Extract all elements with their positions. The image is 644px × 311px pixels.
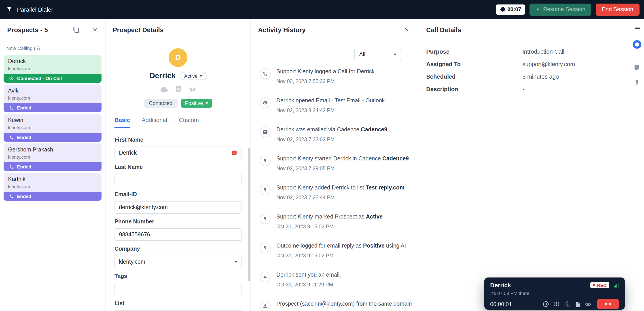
connected-icon [9, 76, 14, 81]
prospect-name: Gershom Prakash [8, 146, 97, 153]
quick-actions-icon[interactable] [634, 79, 640, 86]
field-first-name[interactable]: Derrick ▾ [114, 147, 242, 159]
prospect-domain: klenty.com [8, 184, 97, 189]
field-label: Last Name [114, 164, 242, 171]
chevron-down-icon: ▾ [200, 74, 202, 78]
call-detail-row: Description - [426, 86, 621, 92]
app: Parallel Dialer 00:07 Resume Session End… [0, 0, 644, 311]
dialpad-icon[interactable] [553, 301, 560, 308]
activity-icon-circle [260, 272, 270, 283]
call-widget-name: Derrick [490, 282, 511, 289]
prospect-card[interactable]: Avik klenty.com Ended [4, 84, 102, 112]
sentiment-dropdown[interactable]: Positive ▾ [181, 99, 212, 108]
resume-session-label: Resume Session [543, 6, 586, 12]
call-status-bar: Ended [4, 192, 102, 201]
activity-icon-circle [260, 68, 270, 79]
form-field: Email-ID derrick@klenty.com ▾ [114, 191, 242, 214]
filter-icon[interactable] [6, 6, 12, 12]
call-detail-value: 3 minutes ago [522, 73, 559, 80]
close-prospects-icon[interactable] [92, 27, 98, 33]
phone-icon [262, 71, 268, 76]
field-value: Derrick [119, 150, 232, 156]
contacted-badge: Contacted [144, 99, 177, 108]
avatar: D [168, 48, 188, 67]
call-details-title: Call Details [426, 26, 461, 33]
tab-custom[interactable]: Custom [179, 117, 199, 128]
scrollbar[interactable] [248, 148, 250, 281]
call-widget-controls-row: 00:00:01 [490, 299, 619, 309]
chevron-down-icon: ▾ [206, 101, 208, 105]
svg-text:in: in [177, 87, 180, 91]
prospect-domain: klenty.com [8, 154, 97, 160]
mute-icon[interactable] [564, 301, 571, 308]
call-detail-label: Purpose [426, 48, 522, 55]
call-link-icon[interactable] [585, 301, 591, 307]
call-notes-icon[interactable] [575, 301, 581, 307]
chevron-down-icon: ▾ [235, 260, 237, 264]
activity-timestamp: Nov 02, 2023 8:24:42 PM [276, 108, 384, 113]
field-tags[interactable]: ▾ [114, 283, 242, 295]
cloud-icon[interactable] [160, 86, 168, 93]
prospect-card[interactable]: Karthik klenty.com Ended [4, 173, 102, 201]
call-status-label: Ended [17, 134, 31, 140]
activity-icon-circle [260, 126, 270, 137]
pause-icon[interactable] [542, 301, 549, 308]
prospect-name: Avik [8, 87, 97, 94]
tab-additional[interactable]: Additional [142, 117, 167, 128]
call-widget-top-row: Derrick REC [490, 281, 619, 289]
field-last-name[interactable]: ▾ [114, 174, 242, 186]
prospect-name: Karthik [8, 176, 97, 183]
field-label: Email-ID [114, 191, 242, 198]
activity-item: Derrick opened Email - Test Email - Outl… [260, 97, 408, 113]
prospect-card[interactable]: Derrick klenty.com Connected - On Call [4, 55, 102, 83]
queue-icon[interactable] [634, 25, 641, 32]
prospect-list: Derrick klenty.com Connected - On Call A… [4, 55, 102, 201]
prospect-card[interactable]: Kewin klenty.com Ended [4, 114, 102, 142]
rec-badge: REC [590, 282, 609, 288]
hangup-icon [605, 301, 611, 308]
badge-row: Contacted Positive ▾ [106, 99, 250, 108]
field-list[interactable]: ▾ [114, 310, 242, 311]
call-details-rows: Purpose Introduction Call Assigned To su… [417, 41, 630, 92]
activity-filter-select[interactable]: All ▾ [354, 49, 401, 60]
call-detail-value: Introduction Call [522, 48, 564, 55]
close-activity-icon[interactable] [404, 27, 410, 33]
field-value: klenty.com [119, 259, 235, 265]
field-company[interactable]: klenty.com ▾ [114, 256, 242, 268]
local-time: It's 07:59 PM there [490, 291, 619, 296]
call-status-bar: Ended [4, 133, 102, 142]
end-session-button[interactable]: End Session [596, 3, 640, 15]
prospect-card[interactable]: Gershom Prakash klenty.com Ended [4, 143, 102, 171]
mail-icon [262, 129, 268, 134]
right-rail [630, 19, 644, 311]
prospects-header: Prospects - 5 [0, 19, 105, 41]
linkedin-icon[interactable]: in [175, 86, 181, 92]
topbar: Parallel Dialer 00:07 Resume Session End… [0, 0, 644, 19]
call-status-label: Ended [17, 105, 31, 110]
stack-icon[interactable] [73, 26, 80, 33]
activity-title-text: Support Klenty marked Prospect as Active [276, 214, 382, 220]
field-email-id[interactable]: derrick@klenty.com ▾ [114, 201, 242, 214]
activity-timestamp: Nov 02, 2023 7:25:44 PM [276, 195, 404, 200]
prospect-status-dropdown[interactable]: Active ▾ [180, 72, 206, 80]
bolt-icon [262, 245, 268, 251]
form-field: List ▾ [114, 300, 242, 311]
field-phone-number[interactable]: 9884559676 ▾ [114, 228, 242, 241]
field-label: Tags [114, 273, 242, 280]
notes-icon[interactable] [634, 64, 640, 71]
hangup-button[interactable] [597, 299, 619, 309]
clock-icon [634, 42, 640, 47]
person-icon [262, 304, 268, 309]
resume-session-button[interactable]: Resume Session [530, 3, 591, 15]
prospect-name-row: Derrick Active ▾ [106, 71, 250, 80]
link-icon[interactable] [189, 86, 196, 92]
call-status-bar: Connected - On Call [4, 74, 102, 83]
activity-timestamp: Nov 03, 2023 7:55:32 PM [276, 79, 374, 84]
phone-icon [9, 164, 14, 169]
call-history-icon[interactable] [633, 40, 641, 49]
activity-icon-circle [260, 155, 270, 166]
form-field: Last Name ▾ [114, 164, 242, 186]
call-detail-label: Assigned To [426, 61, 522, 67]
prospect-name: Derrick [8, 58, 97, 65]
tab-basic[interactable]: Basic [114, 117, 130, 128]
